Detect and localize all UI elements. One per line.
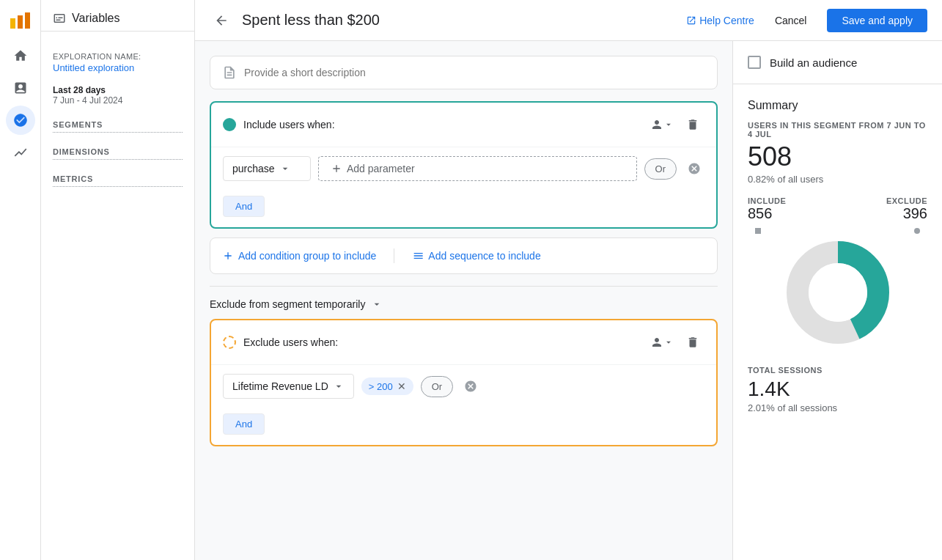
cancel-button[interactable]: Cancel (763, 9, 819, 32)
segment-builder: Include users when: purchase (195, 41, 732, 560)
chart-area: INCLUDE 856 EXCLUDE 396 (748, 196, 927, 425)
build-audience-checkbox[interactable] (748, 56, 761, 69)
exclude-or-button[interactable]: Or (421, 376, 453, 397)
remove-include-filter[interactable] (684, 158, 704, 179)
exclude-count: 396 (886, 205, 927, 222)
dimensions-label[interactable]: DIMENSIONS (53, 147, 183, 160)
description-input[interactable] (244, 67, 705, 78)
nav-reports[interactable] (6, 73, 35, 103)
right-panel: Build an audience Summary USERS IN THIS … (732, 41, 942, 560)
date-range-label[interactable]: Last 28 days (53, 85, 183, 95)
main-area: Spent less than $200 Help Centre Cancel … (195, 0, 942, 560)
include-legend: INCLUDE 856 (748, 196, 786, 222)
lifetime-revenue-label: Lifetime Revenue LD (232, 380, 328, 392)
summary-section: Summary USERS IN THIS SEGMENT FROM 7 JUN… (733, 84, 942, 440)
exclude-person-dropdown[interactable] (650, 331, 674, 354)
metrics-label[interactable]: METRICS (53, 174, 183, 187)
chart-legend: INCLUDE 856 EXCLUDE 396 (748, 196, 927, 222)
value-chip-close[interactable]: ✕ (397, 380, 406, 392)
exclude-filter-row: Lifetime Revenue LD > 200 ✕ Or (211, 365, 716, 408)
content-area: Include users when: purchase (195, 41, 942, 560)
page-title: Spent less than $200 (242, 12, 677, 29)
sessions-section: TOTAL SESSIONS 1.4K 2.01% of all session… (748, 366, 927, 425)
build-audience-section: Build an audience (733, 41, 942, 84)
exclude-and-button[interactable]: And (223, 413, 265, 435)
exploration-name[interactable]: Untitled exploration (53, 62, 183, 73)
users-pct: 0.82% of all users (748, 174, 927, 185)
add-parameter-button[interactable]: Add parameter (318, 156, 637, 181)
save-button[interactable]: Save and apply (827, 9, 927, 32)
include-filter-row: purchase Add parameter Or (211, 147, 716, 190)
nav-explore[interactable] (6, 106, 35, 135)
exclude-legend: EXCLUDE 396 (886, 196, 927, 222)
purchase-dropdown[interactable]: purchase (223, 156, 311, 181)
svg-point-6 (809, 263, 867, 322)
description-box[interactable] (210, 56, 718, 89)
help-label: Help Centre (699, 15, 754, 26)
app-logo[interactable] (6, 6, 35, 35)
remove-exclude-filter[interactable] (460, 376, 481, 397)
svg-rect-0 (10, 18, 15, 29)
exclude-indicator (223, 336, 236, 349)
topbar: Spent less than $200 Help Centre Cancel … (195, 0, 942, 41)
include-condition-header: Include users when: (211, 103, 716, 147)
nav-advertising[interactable] (6, 138, 35, 167)
section-divider (210, 286, 718, 287)
nav-home[interactable] (6, 41, 35, 70)
add-sequence-button[interactable]: Add sequence to include (412, 250, 540, 262)
sessions-pct: 2.01% of all sessions (748, 402, 927, 413)
segments-label[interactable]: SEGMENTS (53, 120, 183, 133)
exclude-label: Exclude from segment temporarily (210, 298, 365, 310)
sessions-count: 1.4K (748, 377, 927, 401)
divider (394, 248, 394, 263)
sidebar: Variables EXPLORATION NAME: Untitled exp… (41, 0, 195, 560)
exploration-info: EXPLORATION NAME: Untitled exploration L… (41, 32, 194, 108)
users-count: 508 (748, 141, 927, 172)
exclude-condition-header: Exclude users when: (211, 320, 716, 365)
exclude-users-label: Exclude users when: (243, 336, 643, 348)
summary-title: Summary (748, 99, 927, 112)
add-param-label: Add parameter (347, 163, 415, 174)
sidebar-title: Variables (72, 12, 120, 25)
topbar-actions: Help Centre Cancel Save and apply (686, 9, 927, 32)
value-chip-text: > 200 (369, 381, 393, 392)
back-button[interactable] (210, 9, 233, 32)
exploration-name-label: EXPLORATION NAME: (53, 52, 183, 61)
build-audience-label: Build an audience (770, 56, 857, 69)
users-sublabel: USERS IN THIS SEGMENT FROM 7 JUN TO 4 JU… (748, 121, 927, 139)
add-sequence-label: Add sequence to include (428, 250, 540, 262)
add-group-label: Add condition group to include (238, 250, 376, 262)
purchase-label: purchase (232, 163, 275, 174)
delete-include-button[interactable] (681, 113, 704, 136)
lifetime-revenue-dropdown[interactable]: Lifetime Revenue LD (223, 374, 354, 399)
sidebar-header: Variables (41, 0, 194, 32)
include-count: 856 (748, 205, 786, 222)
include-or-button[interactable]: Or (644, 158, 677, 180)
include-indicator (223, 118, 236, 131)
metrics-section: METRICS (41, 163, 194, 190)
value-chip: > 200 ✕ (361, 377, 413, 395)
add-condition-row: Add condition group to include Add seque… (210, 237, 718, 274)
sessions-label: TOTAL SESSIONS (748, 366, 927, 375)
include-legend-label: INCLUDE (748, 196, 786, 205)
dimensions-section: DIMENSIONS (41, 136, 194, 163)
left-nav (0, 0, 41, 560)
exclude-header[interactable]: Exclude from segment temporarily (210, 298, 718, 310)
exclude-legend-label: EXCLUDE (886, 196, 927, 205)
include-condition-group: Include users when: purchase (210, 101, 718, 229)
svg-rect-1 (18, 15, 23, 29)
add-group-button[interactable]: Add condition group to include (222, 250, 376, 262)
include-label: Include users when: (243, 119, 643, 130)
help-link[interactable]: Help Centre (686, 15, 754, 26)
exclude-condition-group: Exclude users when: Lifetime Revenue LD (210, 319, 718, 446)
donut-chart (779, 234, 897, 351)
include-and-button[interactable]: And (223, 196, 265, 217)
svg-rect-2 (25, 12, 30, 29)
delete-exclude-button[interactable] (681, 331, 704, 354)
segments-section: SEGMENTS (41, 108, 194, 136)
person-dropdown-button[interactable] (650, 113, 674, 136)
date-range-sub: 7 Jun - 4 Jul 2024 (53, 95, 183, 106)
